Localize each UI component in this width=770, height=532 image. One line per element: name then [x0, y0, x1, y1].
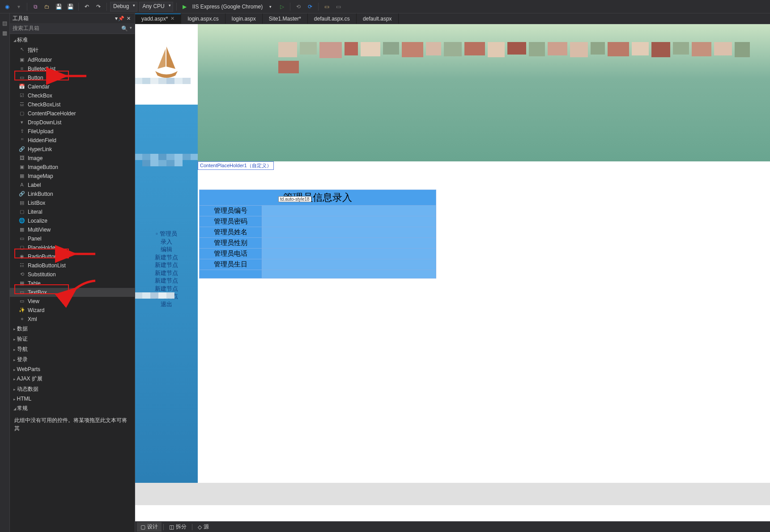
item-fileupload[interactable]: ⇪FileUpload [10, 127, 135, 136]
group-standard[interactable]: 标准 [10, 35, 135, 45]
config-dropdown[interactable]: Debug [110, 2, 137, 12]
item-hyperlink[interactable]: 🔗HyperLink [10, 145, 135, 154]
editor-area: yadd.aspx*✕ login.aspx.cs login.aspx Sit… [135, 13, 770, 532]
group-general[interactable]: 常规 [10, 403, 135, 414]
search-icon[interactable]: 🔍 [121, 25, 128, 32]
toolbar-extra2-icon[interactable]: ▭ [333, 2, 343, 12]
close-icon[interactable]: ✕ [125, 16, 132, 21]
pin-icon[interactable]: 📌 [118, 16, 125, 21]
item-radiobutton[interactable]: ◉RadioButton [10, 252, 135, 261]
item-label[interactable]: ALabel [10, 181, 135, 190]
item-substitution[interactable]: ⟲Substitution [10, 270, 135, 279]
row-gender-input[interactable] [262, 238, 436, 249]
open-folder-icon[interactable]: 🗀 [42, 2, 52, 12]
fileupload-icon: ⇪ [19, 128, 25, 134]
row-phone-input[interactable] [262, 249, 436, 259]
blank-cell-l[interactable] [200, 270, 262, 279]
row-pwd-input[interactable] [262, 216, 436, 227]
view-source[interactable]: ◇源 [194, 522, 213, 532]
tab-default[interactable]: default.aspx [357, 13, 399, 24]
item-dropdownlist[interactable]: ▾DropDownList [10, 118, 135, 127]
item-button[interactable]: ▭Button [10, 73, 135, 82]
item-calendar[interactable]: 📅Calendar [10, 82, 135, 91]
browser-link-icon[interactable]: ⟲ [294, 2, 303, 12]
item-imagemap[interactable]: ▦ImageMap [10, 172, 135, 181]
refresh-icon[interactable]: ⟳ [305, 2, 315, 12]
view-split[interactable]: ◫拆分 [166, 522, 190, 532]
item-imagebutton[interactable]: ▣ImageButton [10, 163, 135, 172]
admin-form[interactable]: td.auto-style18 管理员信息录入 管理员编号 管理员密码 管理员姓… [199, 190, 613, 279]
group-data[interactable]: 数据 [10, 324, 135, 334]
row-name-input[interactable] [262, 227, 436, 238]
tab-yadd[interactable]: yadd.aspx*✕ [135, 13, 181, 24]
item-view[interactable]: ▭View [10, 297, 135, 306]
group-navigation[interactable]: 导航 [10, 344, 135, 355]
toolbox-search[interactable]: 搜索工具箱 🔍 ▾ [10, 23, 135, 34]
group-ajax[interactable]: AJAX 扩展 [10, 374, 135, 384]
item-adrotator[interactable]: ▣AdRotator [10, 55, 135, 64]
item-panel[interactable]: ▭Panel [10, 234, 135, 243]
item-checkbox[interactable]: ☑CheckBox [10, 91, 135, 100]
multiview-icon: ▩ [19, 227, 25, 232]
row-gender-label[interactable]: 管理员性别 [200, 238, 262, 249]
row-id-label[interactable]: 管理员编号 [200, 206, 262, 216]
run-without-debug-icon[interactable]: ▷ [277, 2, 287, 12]
toolbar-extra1-icon[interactable]: ▭ [322, 2, 332, 12]
view-design[interactable]: ▢设计 [137, 522, 162, 532]
platform-dropdown[interactable]: Any CPU [139, 2, 173, 12]
row-name-label[interactable]: 管理员姓名 [200, 227, 262, 238]
save-icon[interactable]: 💾 [54, 2, 64, 12]
group-webparts[interactable]: WebParts [10, 365, 135, 374]
item-image[interactable]: 🖼Image [10, 154, 135, 163]
tab-default-cs[interactable]: default.aspx.cs [308, 13, 357, 24]
group-login[interactable]: 登录 [10, 355, 135, 365]
run-dropdown-icon[interactable]: ▾ [265, 2, 275, 12]
blank-cell-r[interactable] [262, 270, 436, 279]
item-listbox[interactable]: ▤ListBox [10, 198, 135, 207]
item-textbox[interactable]: ▭TextBox [10, 288, 135, 297]
run-target-label[interactable]: IIS Express (Google Chrome) [192, 4, 263, 10]
item-multiview[interactable]: ▩MultiView [10, 225, 135, 234]
form-title-cell[interactable]: td.auto-style18 管理员信息录入 [200, 190, 436, 206]
run-icon[interactable]: ▶ [180, 2, 190, 12]
item-radiobuttonlist[interactable]: ☷RadioButtonList [10, 261, 135, 270]
item-wizard[interactable]: ✨Wizard [10, 306, 135, 315]
new-project-icon[interactable]: ⧉ [30, 2, 40, 12]
toolbox-titlebar: 工具箱 ▾ 📌 ✕ [10, 13, 135, 23]
item-pointer[interactable]: ↖指针 [10, 45, 135, 55]
undo-icon[interactable]: ↶ [82, 2, 92, 12]
item-linkbutton[interactable]: 🔗LinkButton [10, 190, 135, 198]
group-validation[interactable]: 验证 [10, 334, 135, 344]
tab-login-cs[interactable]: login.aspx.cs [181, 13, 225, 24]
server-explorer-icon[interactable]: ▤ [0, 19, 9, 28]
tab-login[interactable]: login.aspx [225, 13, 263, 24]
toolbox-rail-icon[interactable]: ▦ [0, 29, 9, 38]
search-clear-icon[interactable]: ▾ [130, 25, 132, 32]
item-bulletedlist[interactable]: ≡BulletedList [10, 64, 135, 73]
group-html[interactable]: HTML [10, 394, 135, 403]
save-all-icon[interactable]: 💾 [65, 2, 75, 12]
item-localize[interactable]: 🌐Localize [10, 216, 135, 225]
row-phone-label[interactable]: 管理员电话 [200, 249, 262, 259]
group-dynamic[interactable]: 动态数据 [10, 384, 135, 394]
designer-surface[interactable]: ▫管理员 录入 编辑 新建节点 新建节点 新建节点 新建节点 新建节点 新建节点… [135, 24, 770, 532]
item-table[interactable]: ▦Table [10, 279, 135, 288]
item-checkboxlist[interactable]: ☲CheckBoxList [10, 100, 135, 109]
cph-tag[interactable]: ContentPlaceHolder1（自定义） [198, 161, 274, 170]
tab-close-icon[interactable]: ✕ [170, 16, 174, 21]
row-birth-label[interactable]: 管理员生日 [200, 259, 262, 270]
row-birth-input[interactable] [262, 259, 436, 270]
nav-fwd-icon[interactable]: ▾ [14, 2, 24, 12]
nav-back-icon[interactable]: ◉ [2, 2, 12, 12]
admin-form-table[interactable]: td.auto-style18 管理员信息录入 管理员编号 管理员密码 管理员姓… [199, 190, 436, 279]
item-hiddenfield[interactable]: ᴴHiddenField [10, 136, 135, 145]
item-contentplaceholder[interactable]: ▢ContentPlaceHolder [10, 109, 135, 118]
row-pwd-label[interactable]: 管理员密码 [200, 216, 262, 227]
redo-icon[interactable]: ↷ [94, 2, 103, 12]
item-placeholder[interactable]: ▢PlaceHolder [10, 243, 135, 252]
item-xml[interactable]: ⋄Xml [10, 315, 135, 324]
item-literal[interactable]: ▢Literal [10, 207, 135, 216]
tab-site1[interactable]: Site1.Master* [263, 13, 308, 24]
row-id-input[interactable] [262, 206, 436, 216]
left-nav-column: ▫管理员 录入 编辑 新建节点 新建节点 新建节点 新建节点 新建节点 新建节点… [135, 105, 198, 483]
